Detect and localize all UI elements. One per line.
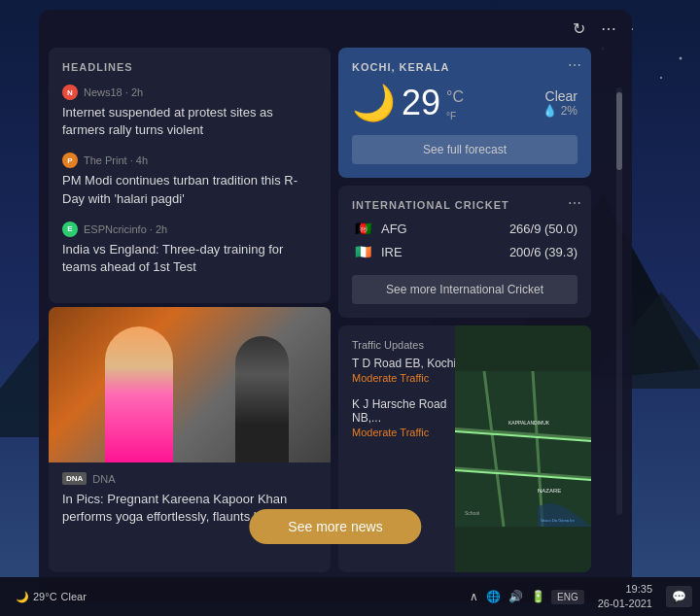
more-options-icon[interactable]: ⋯ — [601, 19, 616, 38]
tray-volume[interactable]: 🔊 — [508, 590, 523, 603]
taskbar-left: 🌙 29°C Clear — [0, 591, 470, 603]
svg-text:Vasco Da Gama Int: Vasco Da Gama Int — [541, 518, 575, 523]
dna-source-name: DNA — [92, 473, 115, 485]
left-column: HEADLINES N News18 · 2h Internet suspend… — [49, 48, 331, 572]
tray-battery[interactable]: 🔋 — [531, 590, 545, 603]
svg-text:KAPPALANDIMUK: KAPPALANDIMUK — [508, 420, 550, 426]
weather-icon: 🌙 — [352, 83, 396, 123]
weather-main: 🌙 29 °C°F Clear 💧 2% — [352, 83, 578, 123]
cricket-menu-icon[interactable]: ⋯ — [568, 195, 581, 211]
weather-location: KOCHI, KERALA — [352, 61, 578, 73]
ire-score: 200/6 (39.3) — [509, 245, 578, 259]
traffic-map: KAPPALANDIMUK NAZARE School Vasco Da Gam… — [455, 325, 591, 572]
tray-network[interactable]: 🌐 — [486, 590, 501, 603]
ire-flag: 🇮🇪 — [352, 244, 373, 259]
traffic-label: Traffic Updates — [352, 339, 469, 351]
cricket-label: INTERNATIONAL CRICKET — [352, 199, 578, 211]
news-title-2: PM Modi continues turban tradition this … — [62, 172, 317, 207]
forecast-button[interactable]: See full forecast — [352, 135, 578, 164]
dna-icon: DNA — [62, 472, 87, 485]
weather-icon-temp: 🌙 29 °C°F — [352, 83, 464, 123]
print-icon: P — [62, 153, 78, 168]
road-name-2: K J Harsche Road NB,... — [352, 397, 469, 425]
weather-rain: 💧 2% — [542, 104, 578, 118]
news-title-3: India vs England: Three-day training for… — [62, 241, 317, 276]
taskbar-weather[interactable]: 🌙 29°C Clear — [8, 591, 94, 603]
taskbar-right: ∧ 🌐 🔊 🔋 ENG 19:35 26-01-2021 💬 — [470, 582, 700, 612]
rain-icon: 💧 — [542, 104, 557, 118]
taskbar-weather-cond: Clear — [61, 591, 87, 602]
weather-condition: Clear — [542, 88, 578, 104]
news-item-2[interactable]: P The Print · 4h PM Modi continues turba… — [62, 153, 317, 207]
news-source-3: E ESPNcricinfo · 2h — [62, 222, 317, 237]
espn-icon: E — [62, 222, 78, 237]
headlines-card: HEADLINES N News18 · 2h Internet suspend… — [49, 48, 331, 303]
svg-point-4 — [680, 57, 682, 60]
weather-temperature: 29 — [402, 83, 440, 123]
system-tray: ∧ 🌐 🔊 🔋 — [470, 590, 545, 603]
see-more-news-button[interactable]: See more news — [249, 509, 421, 544]
person-left-silhouette — [105, 326, 173, 462]
taskbar-weather-icon: 🌙 — [16, 591, 29, 603]
refresh-icon[interactable]: ↻ — [573, 19, 585, 38]
weather-unit: °C°F — [446, 88, 464, 123]
road-status-1: Moderate Traffic — [352, 372, 469, 384]
panel-content: HEADLINES N News18 · 2h Internet suspend… — [39, 48, 632, 572]
afg-score: 266/9 (50.0) — [509, 222, 578, 236]
language-button[interactable]: ENG — [551, 590, 584, 604]
weather-card: ⋯ KOCHI, KERALA 🌙 29 °C°F Clear 💧 2% — [338, 48, 591, 178]
svg-text:NAZARE: NAZARE — [538, 488, 561, 494]
weather-details: Clear 💧 2% — [542, 88, 578, 118]
afg-name: AFG — [381, 222, 420, 236]
svg-point-2 — [660, 77, 662, 79]
taskbar: 🌙 29°C Clear ∧ 🌐 🔊 🔋 ENG 19:35 26-01-202… — [0, 577, 700, 616]
traffic-road-1[interactable]: T D Road EB, Kochi Moderate Traffic — [352, 357, 469, 384]
cricket-team-afg: 🇦🇫 AFG 266/9 (50.0) — [352, 221, 578, 236]
tray-chevron[interactable]: ∧ — [470, 590, 478, 603]
svg-rect-9 — [455, 371, 591, 527]
road-status-2: Moderate Traffic — [352, 427, 469, 438]
rain-percent: 2% — [561, 104, 578, 118]
news-image — [49, 307, 331, 462]
panel-scrollbar[interactable] — [616, 87, 622, 515]
right-column: ⋯ KOCHI, KERALA 🌙 29 °C°F Clear 💧 2% — [338, 48, 591, 572]
svg-text:School: School — [465, 510, 479, 516]
panel-header: ↻ ⋯ — [39, 10, 632, 48]
news-item-3[interactable]: E ESPNcricinfo · 2h India vs England: Th… — [62, 222, 317, 276]
cricket-card: ⋯ INTERNATIONAL CRICKET 🇦🇫 AFG 266/9 (50… — [338, 186, 591, 318]
widget-panel: ↻ ⋯ HEADLINES N News18 · 2h Internet sus… — [39, 10, 632, 602]
afg-flag: 🇦🇫 — [352, 221, 373, 236]
news-source-1: N News18 · 2h — [62, 85, 317, 100]
taskbar-weather-temp: 29°C — [33, 591, 57, 602]
person-right-silhouette — [235, 336, 289, 462]
news-image-source: DNA DNA — [62, 472, 317, 485]
road-name-1: T D Road EB, Kochi — [352, 357, 469, 370]
taskbar-time-display: 19:35 — [598, 582, 652, 597]
cricket-team-ire: 🇮🇪 IRE 200/6 (39.3) — [352, 244, 578, 259]
news-title-1: Internet suspended at protest sites as f… — [62, 104, 317, 139]
source-name-1: News18 · 2h — [84, 86, 143, 98]
headlines-label: HEADLINES — [62, 61, 317, 73]
ire-name: IRE — [381, 245, 420, 259]
weather-menu-icon[interactable]: ⋯ — [568, 57, 581, 73]
taskbar-clock[interactable]: 19:35 26-01-2021 — [590, 582, 660, 612]
taskbar-date-display: 26-01-2021 — [598, 597, 652, 611]
news-item-1[interactable]: N News18 · 2h Internet suspended at prot… — [62, 85, 317, 139]
traffic-road-2[interactable]: K J Harsche Road NB,... Moderate Traffic — [352, 397, 469, 438]
notification-button[interactable]: 💬 — [666, 586, 692, 607]
source-name-3: ESPNcricinfo · 2h — [84, 223, 167, 235]
scrollbar-thumb — [616, 92, 622, 170]
news18-icon: N — [62, 85, 78, 100]
news-source-2: P The Print · 4h — [62, 153, 317, 168]
more-cricket-button[interactable]: See more International Cricket — [352, 275, 578, 304]
source-name-2: The Print · 4h — [84, 154, 148, 166]
